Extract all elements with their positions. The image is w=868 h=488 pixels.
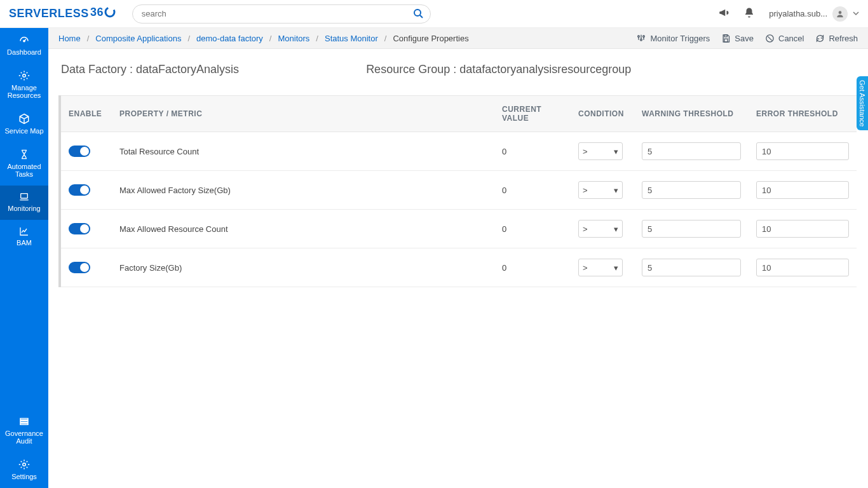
- sidebar-item-bam[interactable]: BAM: [0, 220, 48, 254]
- sidebar-item-monitoring[interactable]: Monitoring: [0, 186, 48, 220]
- enable-toggle[interactable]: [69, 262, 90, 273]
- error-threshold-input[interactable]: [756, 220, 849, 238]
- enable-toggle[interactable]: [69, 146, 90, 157]
- sidebar-item-dashboard[interactable]: Dashboard: [0, 28, 48, 64]
- error-threshold-input[interactable]: [756, 142, 849, 160]
- topbar-right: priyalatha.sub...: [718, 6, 859, 22]
- cube-icon: [18, 113, 30, 125]
- warning-threshold-input[interactable]: [642, 181, 741, 199]
- current-value: 0: [494, 248, 571, 287]
- error-threshold-input[interactable]: [756, 259, 849, 276]
- search-input[interactable]: [132, 4, 431, 24]
- th-current: CURRENT VALUE: [494, 96, 571, 132]
- logo-text: SERVERLESS: [9, 7, 89, 20]
- search-container: [132, 4, 431, 24]
- svg-point-4: [839, 11, 842, 14]
- svg-line-6: [24, 39, 26, 41]
- svg-point-7: [23, 74, 26, 78]
- breadcrumb-composite-applications[interactable]: Composite Applications: [95, 34, 181, 43]
- refresh-icon: [815, 34, 825, 43]
- svg-point-11: [643, 36, 645, 37]
- enable-toggle[interactable]: [69, 184, 90, 196]
- refresh-button[interactable]: Refresh: [815, 34, 858, 43]
- warning-threshold-input[interactable]: [642, 142, 741, 160]
- svg-text:36: 36: [90, 6, 104, 18]
- condition-select[interactable]: >▾: [578, 259, 623, 276]
- gauge-icon: [18, 34, 31, 46]
- bell-icon[interactable]: [743, 7, 755, 20]
- announcement-icon[interactable]: [718, 7, 729, 20]
- monitor-triggers-button[interactable]: Monitor Triggers: [636, 33, 710, 43]
- metric-name: Max Allowed Factory Size(Gb): [112, 171, 494, 210]
- breadcrumb-home[interactable]: Home: [58, 34, 81, 43]
- th-warning: WARNING THRESHOLD: [634, 96, 749, 132]
- breadcrumb-status-monitor[interactable]: Status Monitor: [325, 34, 378, 43]
- warning-threshold-input[interactable]: [642, 259, 741, 276]
- chevron-down-icon: [853, 9, 859, 18]
- sidebar-item-label: Manage Resources: [8, 84, 41, 99]
- condition-select[interactable]: >▾: [578, 142, 623, 160]
- svg-point-2: [414, 10, 421, 16]
- stack-icon: [18, 416, 30, 427]
- warning-threshold-input[interactable]: [642, 220, 741, 238]
- cancel-icon: [765, 34, 775, 43]
- sidebar-item-label: Automated Tasks: [7, 163, 41, 178]
- metric-name: Max Allowed Resource Count: [112, 210, 494, 248]
- metrics-table: ENABLE PROPERTY / METRIC CURRENT VALUE C…: [58, 95, 857, 287]
- logo[interactable]: SERVERLESS 36: [9, 5, 116, 22]
- metric-name: Total Resource Count: [112, 132, 494, 171]
- svg-point-12: [641, 39, 642, 41]
- sidebar-item-settings[interactable]: Settings: [0, 452, 48, 488]
- cancel-button[interactable]: Cancel: [765, 34, 804, 43]
- th-metric: PROPERTY / METRIC: [112, 96, 494, 132]
- enable-toggle[interactable]: [69, 223, 90, 234]
- user-menu[interactable]: priyalatha.sub...: [769, 6, 859, 22]
- sidebar-item-governance-audit[interactable]: Governance Audit: [0, 409, 48, 452]
- metric-name: Factory Size(Gb): [112, 248, 494, 287]
- get-assistance-tab[interactable]: Get Assistance: [857, 76, 868, 130]
- current-value: 0: [494, 171, 571, 210]
- user-name: priyalatha.sub...: [769, 9, 827, 18]
- breadcrumb-monitors[interactable]: Monitors: [278, 34, 309, 43]
- laptop-icon: [18, 192, 30, 202]
- sidebar-item-label: Dashboard: [7, 48, 41, 56]
- th-error: ERROR THRESHOLD: [749, 96, 857, 132]
- table-row: Factory Size(Gb)0>▾: [61, 248, 857, 287]
- breadcrumb-bar: Home/ Composite Applications/ demo-data …: [48, 28, 868, 49]
- sidebar-item-label: Settings: [11, 473, 37, 480]
- sidebar-item-manage-resources[interactable]: Manage Resources: [0, 64, 48, 107]
- logo-360-icon: 36: [90, 5, 116, 22]
- chart-icon: [18, 226, 30, 236]
- svg-point-9: [23, 463, 26, 466]
- content: Home/ Composite Applications/ demo-data …: [48, 28, 868, 488]
- th-condition: CONDITION: [571, 96, 634, 132]
- sliders-icon: [636, 33, 646, 43]
- svg-line-16: [768, 36, 771, 40]
- action-bar: Monitor Triggers Save Cancel Refresh: [636, 33, 858, 43]
- current-value: 0: [494, 132, 571, 171]
- sidebar-item-label: BAM: [17, 239, 32, 247]
- chevron-down-icon: ▾: [614, 224, 618, 234]
- svg-line-3: [420, 15, 423, 18]
- sidebar-item-label: Service Map: [4, 127, 43, 135]
- sidebar-item-automated-tasks[interactable]: Automated Tasks: [0, 142, 48, 186]
- sidebar-item-label: Governance Audit: [5, 430, 43, 445]
- condition-select[interactable]: >▾: [578, 181, 623, 199]
- sidebar-item-label: Monitoring: [8, 205, 40, 212]
- breadcrumb-demo-data-factory[interactable]: demo-data factory: [196, 34, 263, 43]
- condition-select[interactable]: >▾: [578, 220, 623, 238]
- table-row: Max Allowed Resource Count0>▾: [61, 210, 857, 248]
- gear-icon: [18, 70, 30, 81]
- resource-group-info: Resource Group : datafactoryanalysisreso…: [366, 63, 631, 76]
- sidebar-item-service-map[interactable]: Service Map: [0, 107, 48, 142]
- topbar: SERVERLESS 36 priyalatha.sub...: [0, 0, 868, 28]
- gear-icon: [18, 459, 30, 470]
- data-factory-info: Data Factory : dataFactoryAnalysis: [61, 63, 239, 76]
- svg-point-1: [105, 8, 114, 17]
- chevron-down-icon: ▾: [614, 263, 618, 273]
- chevron-down-icon: ▾: [614, 186, 618, 195]
- error-threshold-input[interactable]: [756, 181, 849, 199]
- save-button[interactable]: Save: [721, 34, 754, 43]
- chevron-down-icon: ▾: [614, 147, 618, 156]
- search-icon[interactable]: [413, 8, 423, 20]
